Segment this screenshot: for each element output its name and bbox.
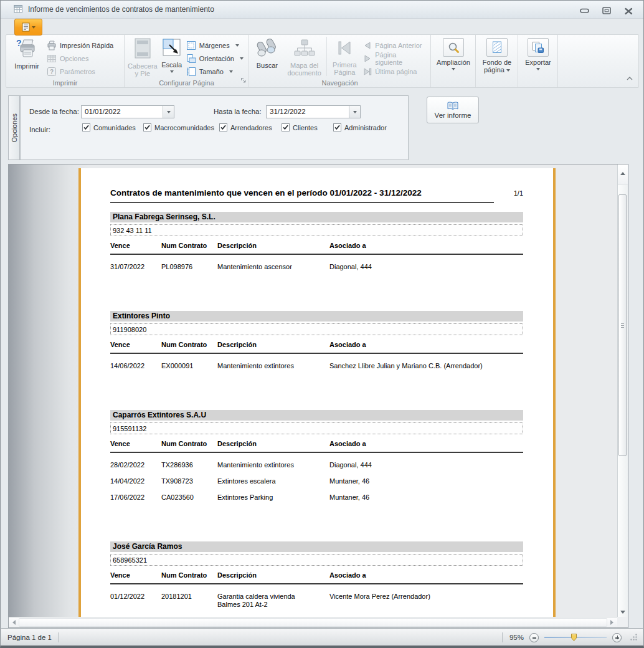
report-page: Contratos de mantenimiento que vencen en… [78,168,556,627]
column-header: Vence [110,341,161,348]
chevron-down-icon [240,57,244,60]
vertical-scrollbar-thumb[interactable] [618,194,627,456]
from-date-combo[interactable]: 01/01/2022 [81,105,174,118]
include-checkbox[interactable]: Comunidades [82,123,136,131]
from-date-dropdown-button[interactable] [163,106,174,118]
arrow-down-icon[interactable] [620,611,625,614]
section-rows: 01/12/2022 20181201 Garantia caldera viv… [110,584,523,609]
print-button[interactable]: ? Imprimir [8,37,45,70]
zoom-slider-thumb[interactable] [571,633,577,643]
dialog-launcher-button[interactable] [240,75,247,86]
ribbon-group-navegacion: Buscar Mapa del documento Primera Página [249,35,431,87]
zoom-button[interactable]: Ampliación [435,37,471,70]
include-checkbox[interactable]: Administrador [333,123,387,131]
table-header: Vence Num Contrato Descripción Asociado … [110,341,523,354]
include-checkbox[interactable]: Arrendadores [219,123,272,131]
cell: CA023560 [161,493,217,502]
include-checkboxes: Comunidades Macrocomunidades Arrendadore… [21,123,408,136]
to-date-combo[interactable]: 31/12/2022 [266,105,361,118]
collapse-ribbon-button[interactable] [626,72,633,83]
column-header: Descripción [217,571,329,579]
checkbox-label: Macrocomunidades [154,124,214,131]
section-phone: 658965321 [110,554,523,566]
next-page-button: Página siguiente [362,52,429,65]
scroll-up-button[interactable] [618,164,628,185]
search-button[interactable]: Buscar [251,37,283,69]
arrow-right-icon[interactable] [610,620,613,625]
to-date-label: Hasta la fecha: [214,108,262,115]
include-checkbox[interactable]: Clientes [282,123,318,131]
scale-button[interactable]: Escala [159,37,185,73]
ribbon-group-imprimir: ? Imprimir Impresión Rápida Opciones ? P… [6,35,125,87]
column-header: Num Contrato [161,341,217,348]
window-icon [14,4,23,16]
chevron-down-icon [229,70,233,73]
from-date-value: 01/01/2022 [85,108,121,115]
section-company: Extintores Pinto [110,311,523,322]
vertical-scrollbar[interactable] [617,164,628,617]
report-section: Caparrós Extintores S.A.U 915591132 Venc… [110,410,523,502]
report-section: Extintores Pinto 911908020 Vence Num Con… [110,311,523,370]
horizontal-scrollbar[interactable] [9,617,617,627]
table-row: 01/12/2022 20181201 Garantia caldera viv… [110,584,523,609]
column-header: Vence [110,571,161,579]
report-section: Plana Fabrega Serinseg, S.L. 932 43 11 1… [110,212,523,271]
cell: PL098976 [161,263,217,271]
titlebar: Informe de vencimientos de contratos de … [1,1,643,19]
cell: TX908723 [161,477,217,485]
zoom-out-button[interactable] [529,633,539,642]
arrow-up-icon [620,172,625,175]
export-button[interactable]: Exportar [524,37,552,70]
include-checkbox[interactable]: Macrocomunidades [143,123,214,131]
options-tab-label: Opciones [11,113,18,142]
column-header: Num Contrato [161,571,217,579]
arrow-left-icon[interactable] [12,620,16,625]
options-tab[interactable]: Opciones [8,95,20,160]
checkbox-checked-icon [143,123,151,131]
view-report-button[interactable]: Ver informe [427,97,479,123]
binoculars-icon [256,38,278,60]
options-panel: Desde la fecha: 01/01/2022 Hasta la fech… [20,95,409,160]
table-header: Vence Num Contrato Descripción Asociado … [110,242,523,255]
section-phone: 911908020 [110,323,523,335]
zoom-percent: 95% [509,634,524,641]
report-page-indicator: 1/1 [514,188,523,197]
ribbon-group-fondo: Fondo de página [476,35,518,87]
cell: 14/04/2022 [110,477,161,485]
quick-print-button[interactable]: Impresión Rápida [45,39,117,52]
table-row: 14/06/2022 EX000091 Mantenimiento extint… [110,354,523,370]
checkbox-checked-icon [282,123,290,131]
size-button[interactable]: Tamaño [185,65,247,78]
table-row: 28/02/2022 TX286936 Mantenimiento extint… [110,453,523,469]
to-date-value: 31/12/2022 [270,108,306,115]
checkbox-checked-icon [219,123,227,131]
app-menu-button[interactable] [14,19,42,36]
cell: 31/07/2022 [110,263,161,271]
cell: Extintores Parking [217,493,329,502]
minimize-button[interactable] [580,8,590,14]
close-button[interactable] [624,7,633,15]
page-background-button[interactable]: Fondo de página [481,37,513,74]
maximize-button[interactable] [602,7,612,15]
cell: Diagonal, 444 [329,461,523,469]
section-table: Vence Num Contrato Descripción Asociado … [110,440,523,502]
status-bar: Página 1 de 1 95% [1,628,643,646]
table-row: 14/04/2022 TX908723 Extintores escalera … [110,469,523,485]
horizontal-scrollbar-thumb[interactable] [19,618,607,627]
column-header: Num Contrato [161,242,217,249]
zoom-in-button[interactable] [612,633,622,642]
resize-grip[interactable] [630,633,638,642]
chevron-down-icon [32,26,36,29]
last-page-icon [363,67,372,76]
chevron-down-icon [536,68,540,70]
header-footer-button: Cabecera y Pie [126,37,159,77]
cell: Mantenimiento ascensor [217,263,329,271]
orientation-button[interactable]: Orientación [185,52,247,65]
cell: Diagonal, 444 [329,263,523,271]
report-sections: Plana Fabrega Serinseg, S.L. 932 43 11 1… [110,212,523,609]
section-phone: 915591132 [110,422,523,434]
zoom-slider[interactable] [544,632,607,642]
column-header: Asociado a [329,242,523,249]
margins-button[interactable]: Márgenes [185,39,247,52]
to-date-dropdown-button[interactable] [349,106,360,118]
